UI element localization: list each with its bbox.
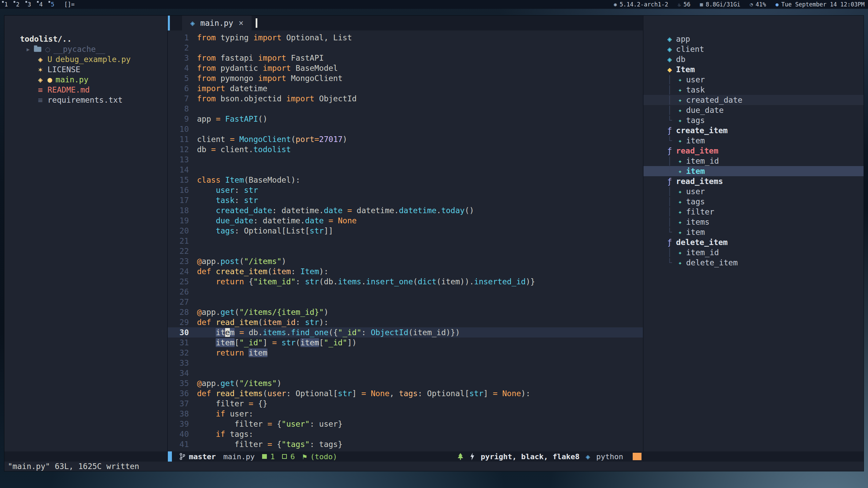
- outline-item-delete_item[interactable]: └✦delete_item: [644, 258, 864, 268]
- code-token: [197, 348, 216, 357]
- field-kind-icon: ✦: [678, 105, 682, 115]
- code-line[interactable]: 24def create_item(item: Item):: [168, 266, 643, 277]
- code-token: (: [296, 338, 300, 347]
- outline-item-item[interactable]: └✦item: [644, 227, 864, 237]
- code-line[interactable]: 3from fastapi import FastAPI: [168, 53, 643, 63]
- code-line[interactable]: 33: [168, 358, 643, 368]
- code-line[interactable]: 27: [168, 297, 643, 307]
- outline-item-item_id[interactable]: │✦item_id: [644, 247, 864, 258]
- code-line[interactable]: 34: [168, 368, 643, 378]
- code-line[interactable]: 23@app.post("/items"): [168, 256, 643, 266]
- code-line[interactable]: 25 return {"item_id": str(db.items.inser…: [168, 277, 643, 287]
- code-buffer[interactable]: 1from typing import Optional, List23from…: [168, 30, 643, 451]
- tree-item-README.md[interactable]: ≡README.md: [4, 85, 167, 95]
- tree-item-main.py[interactable]: ◈●main.py: [4, 75, 167, 85]
- outline-item-item[interactable]: └✦item: [644, 136, 864, 146]
- python-icon: ◈: [36, 54, 45, 64]
- code-line[interactable]: 13: [168, 155, 643, 165]
- outline-item-filter[interactable]: │✦filter: [644, 207, 864, 217]
- tree-item-debug_example.py[interactable]: ◈Udebug_example.py: [4, 54, 167, 64]
- code-line[interactable]: 12db = client.todolist: [168, 144, 643, 155]
- outline-item-tags[interactable]: └✦tags: [644, 115, 864, 125]
- code-line[interactable]: 30 item = db.items.find_one({"_id": Obje…: [168, 327, 643, 338]
- workspace-tag-5[interactable]: 5: [50, 1, 55, 8]
- code-line[interactable]: 14: [168, 165, 643, 175]
- code-line[interactable]: 39 filter = {"user": user}: [168, 419, 643, 429]
- workspace-tag-2[interactable]: 2: [15, 1, 20, 8]
- outline-item-app[interactable]: ◈app: [644, 34, 864, 44]
- outline-item-delete_item[interactable]: ƒdelete_item: [644, 237, 864, 247]
- code-line[interactable]: 35@app.get("/items"): [168, 378, 643, 388]
- workspace-tag-3[interactable]: 3: [27, 1, 32, 8]
- tab-main-py[interactable]: ◈ main.py ×: [182, 16, 252, 30]
- code-text: from bson.objectid import ObjectId: [189, 94, 357, 104]
- workspace-tag-1[interactable]: 1: [3, 1, 9, 8]
- tree-item-__pycache__[interactable]: ▸◌__pycache__: [4, 44, 167, 54]
- code-line[interactable]: 8: [168, 104, 643, 114]
- code-line[interactable]: 7from bson.objectid import ObjectId: [168, 94, 643, 104]
- outline-item-read_item[interactable]: ƒread_item: [644, 146, 864, 156]
- workspace-tag-4[interactable]: 4: [38, 1, 44, 8]
- outline-item-item[interactable]: └✦item: [644, 166, 864, 176]
- code-line[interactable]: 41 filter = {"tags": tags}: [168, 439, 643, 449]
- code-line[interactable]: 40 if tags:: [168, 429, 643, 439]
- outline-item-items[interactable]: │✦items: [644, 217, 864, 227]
- code-line[interactable]: 37 filter = {}: [168, 399, 643, 409]
- code-line[interactable]: 5from pymongo import MongoClient: [168, 73, 643, 83]
- code-text: item = db.items.find_one({"_id": ObjectI…: [189, 327, 460, 338]
- code-token: def: [197, 318, 216, 327]
- outline-item-user[interactable]: │✦user: [644, 75, 864, 85]
- outline-item-tags[interactable]: │✦tags: [644, 197, 864, 207]
- outline-item-create_item[interactable]: ƒcreate_item: [644, 125, 864, 136]
- terminal-window: todolist/.. ▸◌__pycache__◈Udebug_example…: [4, 16, 864, 471]
- code-line[interactable]: 20 tags: Optional[List[str]]: [168, 226, 643, 236]
- tree-guide: │: [667, 207, 678, 217]
- outline-item-created_date[interactable]: │✦created_date: [644, 95, 864, 105]
- class-kind-icon: ◆: [667, 64, 672, 75]
- code-line[interactable]: 9app = FastAPI(): [168, 114, 643, 124]
- tree-root-folder[interactable]: todolist/..: [4, 34, 167, 44]
- code-token: : datetime.: [253, 216, 305, 225]
- outline-item-item_id[interactable]: │✦item_id: [644, 156, 864, 166]
- line-number: 11: [168, 134, 189, 144]
- code-line[interactable]: 4from pydantic import BaseModel: [168, 63, 643, 73]
- outline-item-read_items[interactable]: ƒread_items: [644, 176, 864, 186]
- code-line[interactable]: 29def read_item(item_id: str):: [168, 317, 643, 327]
- code-line[interactable]: 21: [168, 236, 643, 246]
- code-token: (: [258, 318, 263, 327]
- code-line[interactable]: 16 user: str: [168, 185, 643, 195]
- tree-item-LICENSE[interactable]: ✶LICENSE: [4, 64, 167, 75]
- code-line[interactable]: 19 due_date: datetime.date = None: [168, 216, 643, 226]
- code-line[interactable]: 2: [168, 43, 643, 53]
- code-line[interactable]: 31 item["_id"] = str(item["_id"]): [168, 338, 643, 348]
- outline-item-client[interactable]: ◈client: [644, 44, 864, 54]
- code-line[interactable]: 26: [168, 287, 643, 297]
- vim-main-area: todolist/.. ▸◌__pycache__◈Udebug_example…: [4, 16, 864, 462]
- outline-item-user[interactable]: │✦user: [644, 186, 864, 197]
- code-line[interactable]: 36def read_items(user: Optional[str] = N…: [168, 388, 643, 399]
- code-token: .: [436, 206, 441, 215]
- markdown-icon: ≡: [36, 85, 45, 95]
- outline-item-task[interactable]: │✦task: [644, 85, 864, 95]
- code-line[interactable]: 1from typing import Optional, List: [168, 33, 643, 43]
- code-token: str: [281, 338, 296, 347]
- line-number: 3: [168, 53, 189, 63]
- code-line[interactable]: 17 task: str: [168, 195, 643, 205]
- outline-item-Item[interactable]: ◆Item: [644, 64, 864, 75]
- code-token: "_id": [239, 338, 263, 347]
- code-token: str: [244, 186, 258, 195]
- status-clock: ●Tue September 14 12:03PM: [775, 1, 865, 8]
- code-line[interactable]: 10: [168, 124, 643, 134]
- code-line[interactable]: 11client = MongoClient(port=27017): [168, 134, 643, 144]
- outline-item-due_date[interactable]: │✦due_date: [644, 105, 864, 115]
- code-line[interactable]: 6import datetime: [168, 83, 643, 94]
- code-line[interactable]: 38 if user:: [168, 409, 643, 419]
- outline-item-db[interactable]: ◈db: [644, 54, 864, 64]
- tree-item-requirements.txt[interactable]: ≡requirements.txt: [4, 95, 167, 105]
- code-line[interactable]: 28@app.get("/items/{item_id}"): [168, 307, 643, 317]
- code-line[interactable]: 15class Item(BaseModel):: [168, 175, 643, 185]
- code-line[interactable]: 22: [168, 246, 643, 256]
- tab-close-icon[interactable]: ×: [239, 18, 243, 28]
- code-line[interactable]: 32 return item: [168, 348, 643, 358]
- code-line[interactable]: 18 created_date: datetime.date = datetim…: [168, 205, 643, 216]
